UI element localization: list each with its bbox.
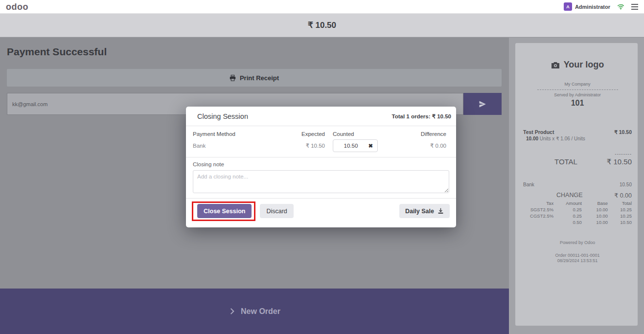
difference-value: ₹ 0.00 xyxy=(378,142,446,149)
closing-session-modal: Closing Session Total 1 orders: ₹ 10.50 … xyxy=(186,107,456,227)
clear-counted-icon[interactable]: ✖ xyxy=(368,143,377,149)
tax-row: CGST2.5% 0.25 10.00 10.25 xyxy=(523,213,632,219)
download-icon xyxy=(437,208,444,214)
page-title: Payment Successful xyxy=(7,46,107,58)
printer-icon xyxy=(230,75,236,81)
col-counted: Counted xyxy=(333,131,378,137)
counted-input[interactable] xyxy=(333,143,368,149)
username-label: Administrator xyxy=(575,4,610,10)
closing-note-section: Closing note xyxy=(186,157,456,193)
discard-button[interactable]: Discard xyxy=(260,204,293,218)
col-difference: Difference xyxy=(378,131,446,137)
expected-value: ₹ 10.50 xyxy=(286,142,325,149)
tax-cell: 0.25 xyxy=(553,213,582,219)
payment-method-label: Bank xyxy=(523,182,534,187)
daily-sale-button[interactable]: Daily Sale xyxy=(399,204,450,218)
receipt-company: My Company xyxy=(523,82,632,87)
closing-note-label: Closing note xyxy=(193,161,449,167)
product-price: ₹ 10.50 xyxy=(614,129,632,135)
new-order-button[interactable]: New Order xyxy=(0,289,509,334)
order-amount-header: ₹ 10.50 xyxy=(0,14,644,37)
table-row: Bank ₹ 10.50 ✖ ₹ 0.00 xyxy=(193,139,446,152)
product-name: Test Product xyxy=(523,129,554,135)
payment-amount: 10.50 xyxy=(620,182,632,187)
receipt-order-number: 101 xyxy=(523,99,632,108)
print-receipt-label: Print Receipt xyxy=(240,74,279,82)
col-expected: Expected xyxy=(286,131,325,137)
receipt-tax-table: Tax Amount Base Total SGST2.5% 0.25 10.0… xyxy=(523,200,632,225)
tax-header: Total xyxy=(608,200,632,206)
hamburger-menu-icon[interactable] xyxy=(631,4,638,10)
tax-cell: 10.00 xyxy=(582,219,608,225)
receipt-total-row: TOTAL ₹ 10.50 xyxy=(523,157,632,166)
odoo-logo: odoo xyxy=(6,2,28,11)
receipt-paper: Your logo My Company Served by Administr… xyxy=(515,43,638,326)
receipt-preview-section: Your logo My Company Served by Administr… xyxy=(509,38,644,334)
tax-total-row: 0.50 10.00 10.50 xyxy=(523,219,632,225)
modal-footer: Close Session Discard Daily Sale xyxy=(186,199,456,218)
change-value: ₹ 0.00 xyxy=(614,192,632,199)
print-receipt-button[interactable]: Print Receipt xyxy=(7,69,502,87)
send-email-button[interactable] xyxy=(463,93,502,115)
tax-cell: 10.50 xyxy=(608,219,632,225)
receipt-logo-text: Your logo xyxy=(564,60,604,70)
wifi-status-icon[interactable] xyxy=(617,3,624,10)
tax-header: Base xyxy=(582,200,608,206)
tax-cell: 10.00 xyxy=(582,213,608,219)
avatar: A xyxy=(564,2,572,11)
receipt-divider xyxy=(537,89,618,90)
counted-input-box: ✖ xyxy=(333,139,378,152)
receipt-payment-row: Bank 10.50 xyxy=(523,182,632,187)
daily-sale-label: Daily Sale xyxy=(405,208,434,215)
order-timestamp: 08/29/2024 13:53:51 xyxy=(523,258,632,263)
tax-cell: 0.25 xyxy=(553,206,582,213)
total-label: TOTAL xyxy=(554,157,577,166)
close-session-button[interactable]: Close Session xyxy=(197,204,252,218)
order-amount: ₹ 10.50 xyxy=(308,20,336,30)
product-unit-detail: Units x ₹ 1.06 / Units xyxy=(540,136,585,141)
tax-header: Tax xyxy=(523,200,553,206)
receipt-served-by: Served by Administrator xyxy=(523,92,632,97)
tax-cell: 0.50 xyxy=(553,219,582,225)
tax-row: SGST2.5% 0.25 10.00 10.25 xyxy=(523,206,632,213)
powered-by: Powered by Odoo xyxy=(523,240,632,245)
tax-cell: 10.25 xyxy=(608,206,632,213)
tax-cell: 10.25 xyxy=(608,213,632,219)
camera-icon xyxy=(551,61,560,69)
tax-header: Amount xyxy=(553,200,582,206)
total-value: ₹ 10.50 xyxy=(607,157,632,166)
receipt-logo-row: Your logo xyxy=(523,60,632,70)
modal-title: Closing Session xyxy=(197,112,248,120)
closing-note-input[interactable] xyxy=(193,170,449,193)
product-qty: 10.00 xyxy=(526,136,538,141)
table-header-row: Payment Method Expected Counted Differen… xyxy=(193,131,446,137)
order-ref: Order 00011-001-0001 xyxy=(523,253,632,258)
chevron-right-icon xyxy=(229,308,236,315)
receipt-total-separator: -------- xyxy=(523,151,632,156)
receipt-change-row: CHANGE ₹ 0.00 xyxy=(523,192,632,199)
user-menu[interactable]: A Administrator xyxy=(564,2,610,11)
receipt-product-detail: 10.00 Units x ₹ 1.06 / Units xyxy=(523,136,632,141)
tax-cell: SGST2.5% xyxy=(523,206,553,213)
tax-cell xyxy=(523,219,553,225)
receipt-product-line: Test Product ₹ 10.50 xyxy=(523,129,632,135)
modal-header: Closing Session Total 1 orders: ₹ 10.50 xyxy=(186,107,456,126)
modal-total-orders: Total 1 orders: ₹ 10.50 xyxy=(391,113,451,120)
new-order-label: New Order xyxy=(241,307,280,316)
top-navbar: odoo A Administrator xyxy=(0,0,644,14)
paper-plane-icon xyxy=(479,100,486,108)
payment-method-value: Bank xyxy=(193,143,286,149)
change-label: CHANGE xyxy=(556,192,582,199)
tax-cell: CGST2.5% xyxy=(523,213,553,219)
tax-cell: 10.00 xyxy=(582,206,608,213)
payment-method-table: Payment Method Expected Counted Differen… xyxy=(186,126,456,152)
col-payment-method: Payment Method xyxy=(193,131,286,137)
